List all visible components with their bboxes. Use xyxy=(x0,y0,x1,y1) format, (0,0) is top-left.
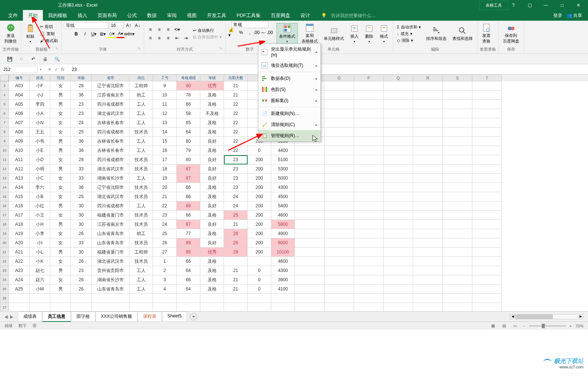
cell[interactable] xyxy=(384,183,413,192)
cell[interactable]: 65 xyxy=(177,118,200,127)
align-middle-icon[interactable]: ≡ xyxy=(155,25,163,34)
cell[interactable]: 22 xyxy=(224,100,248,109)
cell[interactable]: 9 xyxy=(153,81,177,91)
cell[interactable] xyxy=(384,285,413,294)
cell[interactable]: 及格 xyxy=(200,127,224,137)
cell[interactable]: 吉林省长春市 xyxy=(92,146,129,155)
cell[interactable] xyxy=(413,248,443,257)
sheet-tab[interactable]: 员工信息 xyxy=(42,312,71,322)
cell[interactable] xyxy=(443,183,472,192)
cell[interactable]: 16 xyxy=(153,146,177,155)
cell[interactable]: 2 xyxy=(153,266,177,275)
col-header-T[interactable]: T xyxy=(472,75,502,81)
cell[interactable] xyxy=(413,183,443,192)
cell[interactable] xyxy=(324,201,354,211)
cell[interactable] xyxy=(472,127,502,137)
row-header[interactable]: 12 xyxy=(0,164,9,174)
cell[interactable]: 湖北省武汉市 xyxy=(92,164,129,174)
share-button[interactable]: 👥 共享 xyxy=(567,13,582,19)
cell[interactable]: 及格 xyxy=(200,192,224,201)
cell[interactable]: 男 xyxy=(50,146,71,155)
cell[interactable] xyxy=(443,127,472,137)
cell[interactable]: 10 xyxy=(153,91,177,100)
invoice-check-button[interactable]: 发票 查验 xyxy=(480,23,493,45)
cell[interactable]: 22 xyxy=(224,109,248,118)
cell[interactable]: 200 xyxy=(248,220,271,229)
cell[interactable]: 技术员 xyxy=(129,192,153,201)
col-header-B[interactable]: 编号 xyxy=(9,75,30,81)
cell[interactable] xyxy=(443,248,472,257)
cell[interactable] xyxy=(177,303,200,311)
zoom-in-icon[interactable]: + xyxy=(570,324,572,328)
cell[interactable] xyxy=(324,127,354,137)
menu-item-8[interactable]: 视图 xyxy=(182,10,202,21)
cell[interactable]: 技术员 xyxy=(129,211,153,220)
cell[interactable]: 福建省厦门市 xyxy=(92,248,129,257)
row-header[interactable]: 23 xyxy=(0,266,9,275)
cell[interactable]: 女 xyxy=(50,238,71,248)
cell[interactable]: 李四 xyxy=(30,100,50,109)
cell[interactable] xyxy=(354,146,384,155)
cell[interactable]: 男 xyxy=(50,164,71,174)
top-bottom-rules-item[interactable]: 10 项目选取规则(T)▸ xyxy=(258,60,320,71)
cell[interactable]: 28 xyxy=(71,155,92,164)
align-top-icon[interactable]: ≡ xyxy=(146,25,154,34)
increase-decimal-icon[interactable]: .00→ xyxy=(255,28,263,37)
cell[interactable] xyxy=(324,137,354,146)
cell[interactable]: 23 xyxy=(224,174,248,183)
cell[interactable]: 4300 xyxy=(271,266,295,275)
cell[interactable] xyxy=(354,294,384,303)
cell[interactable]: 吉林省长春市 xyxy=(92,118,129,127)
cell[interactable]: 25 xyxy=(224,211,248,220)
font-name-select[interactable] xyxy=(64,22,108,29)
new-rule-item[interactable]: 📄 新建规则(N)… xyxy=(258,108,320,119)
row-header[interactable]: 17 xyxy=(0,211,9,220)
cell[interactable] xyxy=(354,118,384,127)
sheet-nav-next-icon[interactable]: ▶ xyxy=(10,314,13,319)
cell[interactable]: 女 xyxy=(50,275,71,285)
row-header[interactable]: 5 xyxy=(0,100,9,109)
cell[interactable] xyxy=(354,183,384,192)
cell[interactable] xyxy=(295,201,324,211)
cell[interactable] xyxy=(248,303,271,311)
cell[interactable]: 王五 xyxy=(30,127,50,137)
indent-increase-icon[interactable]: ⇥ xyxy=(182,34,190,42)
cell[interactable]: 20 xyxy=(153,183,177,192)
cell[interactable] xyxy=(384,109,413,118)
cell[interactable] xyxy=(224,257,248,266)
cell[interactable]: 21 xyxy=(224,266,248,275)
col-header-K[interactable]: 出勤天数 xyxy=(224,75,248,81)
cell[interactable]: 女 xyxy=(50,229,71,238)
cell[interactable]: 30 xyxy=(71,220,92,229)
cell[interactable]: A23 xyxy=(9,266,30,275)
cell[interactable] xyxy=(384,201,413,211)
cell[interactable]: 0 xyxy=(248,275,271,285)
print-preview-icon[interactable]: 🔍 xyxy=(53,55,61,63)
cell[interactable]: 21 xyxy=(224,81,248,91)
zoom-slider[interactable] xyxy=(529,325,566,327)
cell[interactable] xyxy=(354,174,384,183)
row-header[interactable]: 11 xyxy=(0,155,9,164)
cell[interactable]: 4100 xyxy=(271,285,295,294)
cell[interactable] xyxy=(295,303,324,311)
cell[interactable]: 24 xyxy=(153,220,177,229)
cell[interactable]: 技术员 xyxy=(129,164,153,174)
cell[interactable] xyxy=(30,303,50,311)
cell[interactable]: 及格 xyxy=(200,100,224,109)
cell[interactable] xyxy=(153,294,177,303)
cell[interactable] xyxy=(413,174,443,183)
cell-styles-button[interactable]: 单元格样式 xyxy=(322,25,346,42)
cell[interactable]: 良好 xyxy=(200,155,224,164)
send-wechat-button[interactable]: 发送 到微信 xyxy=(2,23,19,45)
cell[interactable]: 福建省厦门市 xyxy=(92,211,129,220)
cell[interactable]: 技术员 xyxy=(129,155,153,164)
cell[interactable]: 工人 xyxy=(129,109,153,118)
cell[interactable]: 小K xyxy=(30,257,50,266)
cell[interactable] xyxy=(295,164,324,174)
cell[interactable]: 26 xyxy=(71,257,92,266)
cell[interactable] xyxy=(413,109,443,118)
row-header[interactable]: 18 xyxy=(0,220,9,229)
row-header[interactable]: 20 xyxy=(0,238,9,248)
cell[interactable] xyxy=(354,91,384,100)
cell[interactable]: 女 xyxy=(50,183,71,192)
